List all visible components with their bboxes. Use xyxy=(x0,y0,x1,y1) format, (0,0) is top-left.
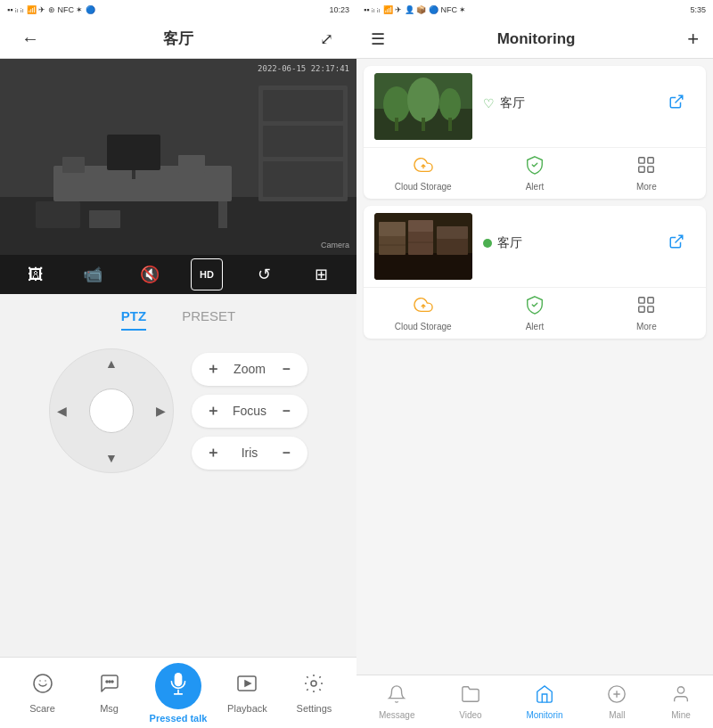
monitor-name-1: 客厅 xyxy=(500,95,525,111)
nav-talk[interactable]: Pressed talk xyxy=(150,663,208,724)
monitor-actions-2: Cloud Storage Alert xyxy=(364,287,706,339)
svg-rect-27 xyxy=(422,118,425,131)
status-bar-right: ▪▪ ᵢₗ ᵢₗ 📶 ✈ 👤 📦 🔵 NFC ✶ 5:35 xyxy=(356,0,713,20)
nav-playback[interactable]: Playback xyxy=(220,673,274,714)
ptz-up-button[interactable]: ▲ xyxy=(105,356,118,371)
screenshot-button[interactable]: 🖼 xyxy=(20,258,52,290)
cloud-storage-label-2: Cloud Storage xyxy=(395,322,452,331)
svg-rect-32 xyxy=(648,167,653,172)
hd-button[interactable]: HD xyxy=(191,258,223,290)
tab-ptz[interactable]: PTZ xyxy=(121,308,146,331)
more-label-2: More xyxy=(636,322,657,331)
monitor-header-2: 客厅 xyxy=(483,233,684,253)
camera-feed: 2022-06-15 22:17:41 Camera xyxy=(0,59,356,255)
zoom-plus-button[interactable]: ＋ xyxy=(206,360,220,379)
add-button[interactable]: + xyxy=(687,28,699,51)
svg-rect-9 xyxy=(107,135,160,170)
refresh-button[interactable]: ↺ xyxy=(248,258,280,290)
svg-point-25 xyxy=(439,88,461,120)
message-icon xyxy=(387,684,406,708)
tab-preset[interactable]: PRESET xyxy=(182,308,235,331)
nav-scare[interactable]: Scare xyxy=(16,673,70,714)
focus-plus-button[interactable]: ＋ xyxy=(206,402,220,421)
iris-plus-button[interactable]: ＋ xyxy=(206,444,220,462)
action-more-1[interactable]: More xyxy=(598,155,695,192)
grid-view-button[interactable]: ⊞ xyxy=(305,258,337,290)
svg-rect-26 xyxy=(395,118,398,131)
menu-button[interactable]: ☰ xyxy=(371,29,385,49)
r-nav-video[interactable]: Video xyxy=(459,684,481,720)
alert-icon-2 xyxy=(525,295,545,319)
monitor-name-row-2: 客厅 xyxy=(483,235,522,251)
ptz-tabs: PTZ PRESET xyxy=(14,308,342,331)
svg-rect-34 xyxy=(374,253,472,280)
svg-point-15 xyxy=(106,681,108,683)
monitor-card-top-1: ♡ 客厅 xyxy=(364,66,706,147)
action-cloud-storage-2[interactable]: Cloud Storage xyxy=(374,295,471,331)
camera-thumb-2[interactable] xyxy=(374,213,472,280)
camera-controls-bar: 🖼 📹 🔇 HD ↺ ⊞ xyxy=(0,255,356,294)
svg-rect-4 xyxy=(218,201,227,228)
nav-msg[interactable]: Msg xyxy=(83,673,136,714)
share-icon-1[interactable] xyxy=(668,94,684,113)
monitor-name-2: 客厅 xyxy=(497,235,522,251)
monitor-actions-1: Cloud Storage Alert xyxy=(364,147,706,199)
action-cloud-storage-1[interactable]: Cloud Storage xyxy=(374,155,471,192)
right-panel: ▪▪ ᵢₗ ᵢₗ 📶 ✈ 👤 📦 🔵 NFC ✶ 5:35 ☰ Monitori… xyxy=(356,0,713,728)
svg-point-17 xyxy=(111,681,113,683)
talk-icon-wrap xyxy=(155,663,201,709)
playback-label: Playback xyxy=(227,703,267,714)
top-nav-right: ☰ Monitoring + xyxy=(356,20,713,59)
alert-label-2: Alert xyxy=(526,322,545,331)
mall-icon xyxy=(607,684,627,708)
joystick: ▲ ▼ ◀ ▶ xyxy=(49,348,174,473)
svg-rect-40 xyxy=(437,226,468,239)
bottom-nav-right: Message Video Monitorin xyxy=(356,675,713,728)
nav-settings[interactable]: Settings xyxy=(287,673,340,714)
svg-rect-7 xyxy=(263,126,343,157)
iris-row: ＋ Iris － xyxy=(192,437,307,470)
action-alert-2[interactable]: Alert xyxy=(486,295,583,331)
record-button[interactable]: 📹 xyxy=(77,258,109,290)
joystick-center xyxy=(89,389,134,433)
svg-rect-36 xyxy=(379,222,406,236)
r-nav-mine[interactable]: Mine xyxy=(671,684,691,720)
ptz-right-button[interactable]: ▶ xyxy=(156,404,166,418)
action-alert-1[interactable]: Alert xyxy=(486,155,583,192)
focus-row: ＋ Focus － xyxy=(192,395,307,428)
cloud-storage-icon-2 xyxy=(414,295,433,319)
share-icon-2[interactable] xyxy=(668,233,684,253)
monitor-name-row-1: ♡ 客厅 xyxy=(483,95,525,111)
status-left-icons: ▪▪ ᵢₗ ᵢₗ 📶 ✈ ⊛ NFC ✶ 🔵 xyxy=(7,5,95,14)
playback-icon xyxy=(236,673,258,699)
iris-minus-button[interactable]: － xyxy=(279,444,293,462)
svg-rect-12 xyxy=(62,157,85,173)
cloud-storage-icon-1 xyxy=(414,155,433,179)
action-more-2[interactable]: More xyxy=(598,295,695,331)
online-dot-2 xyxy=(483,239,492,248)
back-button[interactable]: ← xyxy=(14,23,46,55)
monitor-card-top-2: 客厅 xyxy=(364,206,706,287)
svg-rect-31 xyxy=(639,167,644,172)
svg-point-16 xyxy=(109,681,111,683)
svg-point-20 xyxy=(311,681,316,686)
r-nav-monitoring[interactable]: Monitorin xyxy=(526,684,562,720)
fullscreen-button[interactable]: ⤢ xyxy=(310,23,342,55)
mute-button[interactable]: 🔇 xyxy=(134,258,166,290)
mic-icon xyxy=(167,672,190,700)
ptz-left-button[interactable]: ◀ xyxy=(57,404,67,418)
r-nav-message[interactable]: Message xyxy=(379,684,415,720)
ptz-area: PTZ PRESET ▲ ▼ ◀ ▶ ＋ Zoom － xyxy=(0,294,356,657)
scare-label: Scare xyxy=(29,703,55,714)
left-panel: ▪▪ ᵢₗ ᵢₗ 📶 ✈ ⊛ NFC ✶ 🔵 10:23 ← 客厅 ⤢ xyxy=(0,0,356,728)
svg-point-23 xyxy=(383,86,410,122)
joystick-circle[interactable]: ▲ ▼ ◀ ▶ xyxy=(49,348,174,473)
r-nav-mall[interactable]: Mall xyxy=(607,684,627,720)
zoom-controls: ＋ Zoom － ＋ Focus － ＋ Iris － xyxy=(192,353,307,470)
ptz-down-button[interactable]: ▼ xyxy=(105,451,118,465)
monitor-card-1: ♡ 客厅 xyxy=(364,66,706,199)
zoom-minus-button[interactable]: － xyxy=(279,360,293,379)
focus-minus-button[interactable]: － xyxy=(279,402,293,421)
camera-thumb-1[interactable] xyxy=(374,73,472,140)
r-nav-mall-label: Mall xyxy=(609,710,625,720)
